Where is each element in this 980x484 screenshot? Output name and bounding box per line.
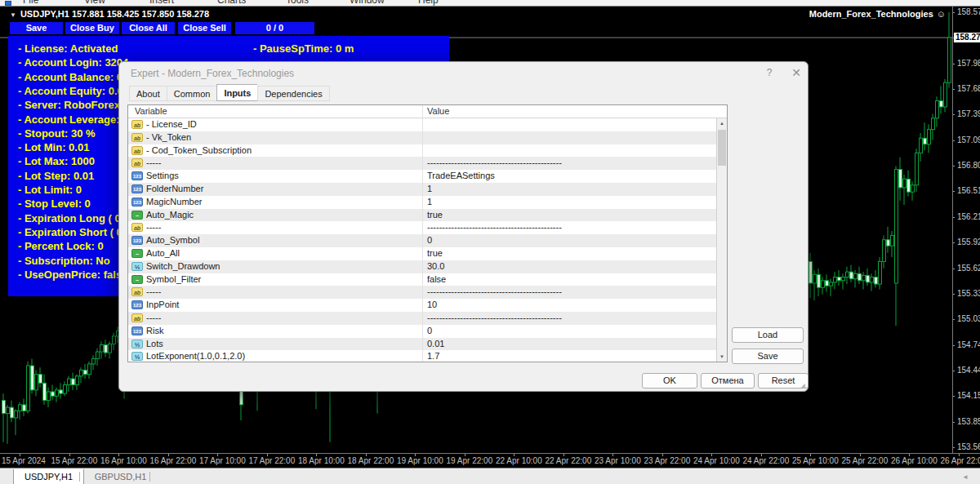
- param-value[interactable]: true: [427, 248, 715, 258]
- param-row[interactable]: ½Switch_Drawdown30.0: [128, 260, 727, 273]
- toolbar-button-close-all[interactable]: Close All: [122, 22, 175, 34]
- time-axis-label[interactable]: 16 Apr 10:00: [100, 456, 147, 465]
- param-value[interactable]: 1: [427, 197, 715, 206]
- param-row[interactable]: ~Auto_Magictrue: [128, 209, 727, 222]
- price-axis-label[interactable]: 157.39: [957, 109, 980, 118]
- param-row[interactable]: ab--------------------------------------…: [128, 286, 727, 299]
- ok-button[interactable]: OK: [642, 373, 697, 389]
- price-axis-label[interactable]: 156.51: [957, 186, 980, 195]
- param-value[interactable]: 1: [427, 184, 715, 193]
- time-axis-label[interactable]: 15 Apr 22:00: [51, 456, 98, 465]
- param-value[interactable]: ----------------------------------------…: [427, 313, 715, 322]
- dialog-help-button[interactable]: ?: [763, 67, 776, 80]
- param-row[interactable]: ab- License_ID: [128, 118, 727, 131]
- time-axis-label[interactable]: 19 Apr 22:00: [447, 456, 493, 465]
- param-row[interactable]: 123InpPoint10: [128, 299, 727, 312]
- price-axis-label[interactable]: 158.57: [957, 7, 980, 16]
- param-row[interactable]: ½Lots0.01: [128, 338, 727, 351]
- time-axis-label[interactable]: 25 Apr 10:00: [792, 456, 839, 465]
- param-row[interactable]: ab- Vk_Token: [128, 131, 727, 144]
- menu-item-charts[interactable]: Charts: [217, 0, 246, 6]
- param-row[interactable]: 123FolderNumber1: [128, 183, 727, 196]
- dialog-close-icon[interactable]: ✕: [789, 66, 804, 81]
- param-row[interactable]: 123Risk0: [128, 325, 727, 338]
- price-axis-label[interactable]: 155.62: [957, 264, 980, 273]
- param-value[interactable]: 0: [427, 235, 715, 245]
- chart-tab-usdjpy-h1[interactable]: USDJPY,H1: [13, 469, 84, 484]
- ea-smiley-icon[interactable]: ☺: [937, 9, 946, 19]
- price-axis-label[interactable]: 153.56: [957, 442, 980, 451]
- time-axis-label[interactable]: 26 Apr 22:00: [941, 456, 980, 465]
- price-axis-label[interactable]: 157.98: [957, 59, 980, 68]
- param-row[interactable]: 123Auto_Symbol0: [128, 234, 727, 247]
- param-value[interactable]: 0: [427, 326, 715, 335]
- menu-item-help[interactable]: Help: [418, 0, 439, 6]
- time-axis-label[interactable]: 22 Apr 10:00: [496, 456, 542, 465]
- price-axis-label[interactable]: 153.85: [957, 417, 980, 426]
- time-axis-label[interactable]: 17 Apr 22:00: [249, 456, 296, 465]
- tab-about[interactable]: About: [129, 86, 167, 101]
- param-value[interactable]: TradeEASettings: [427, 171, 715, 180]
- time-axis-label[interactable]: 22 Apr 22:00: [546, 456, 592, 465]
- price-axis-label[interactable]: 154.44: [957, 366, 980, 375]
- time-axis-label[interactable]: 25 Apr 22:00: [842, 456, 889, 465]
- price-axis-label[interactable]: 156.80: [957, 161, 980, 170]
- toolbar-button-0-0[interactable]: 0 / 0: [235, 22, 314, 34]
- scroll-up-icon[interactable]: ▲: [717, 118, 727, 129]
- tab-scroll-left-icon[interactable]: ◄: [962, 473, 969, 481]
- scrollbar-thumb[interactable]: [718, 130, 726, 166]
- menu-item-view[interactable]: View: [84, 0, 105, 6]
- resize-grip[interactable]: ◢: [800, 382, 805, 389]
- param-row[interactable]: ~Symbol_Filterfalse: [128, 273, 727, 286]
- toolbar-button-close-buy[interactable]: Close Buy: [65, 22, 119, 34]
- cancel-button[interactable]: Отмена: [701, 373, 755, 389]
- param-value[interactable]: true: [427, 210, 715, 220]
- current-price-label[interactable]: 158.27: [954, 33, 980, 42]
- param-value[interactable]: ----------------------------------------…: [427, 222, 715, 232]
- param-row[interactable]: ½LotExponent(1.0,0.1,2.0)1.7: [128, 350, 727, 362]
- time-axis-label[interactable]: 23 Apr 22:00: [644, 456, 691, 465]
- time-axis-label[interactable]: 15 Apr 2024: [2, 456, 46, 465]
- time-axis-label[interactable]: 16 Apr 22:00: [150, 456, 197, 465]
- param-value[interactable]: 10: [427, 300, 715, 309]
- scroll-down-icon[interactable]: ▼: [717, 352, 727, 362]
- tab-inputs[interactable]: Inputs: [216, 84, 257, 101]
- param-value[interactable]: 1.7: [427, 351, 715, 361]
- tab-common[interactable]: Common: [167, 86, 217, 101]
- param-row[interactable]: ab--------------------------------------…: [128, 221, 727, 234]
- save-button[interactable]: Save: [732, 349, 804, 364]
- toolbar-button-close-sell[interactable]: Close Sell: [178, 22, 231, 34]
- time-axis-label[interactable]: 24 Apr 22:00: [743, 456, 790, 465]
- price-axis-label[interactable]: 157.68: [957, 84, 980, 93]
- price-axis-label[interactable]: 154.15: [957, 391, 980, 400]
- param-value[interactable]: 30.0: [427, 261, 715, 271]
- chart-tab-gbpusd-h1[interactable]: GBPUSD,H1: [84, 469, 158, 484]
- menu-item-tools[interactable]: Tools: [286, 0, 309, 6]
- param-value[interactable]: ----------------------------------------…: [427, 158, 715, 167]
- time-axis-label[interactable]: 24 Apr 10:00: [693, 456, 740, 465]
- param-row[interactable]: ~Auto_Alltrue: [128, 247, 727, 260]
- time-axis-label[interactable]: 23 Apr 10:00: [595, 456, 641, 465]
- toolbar-button-save[interactable]: Save: [10, 22, 63, 34]
- price-axis[interactable]: 158.57158.27157.98157.68157.39157.09156.…: [952, 7, 980, 453]
- param-row[interactable]: ab--------------------------------------…: [128, 312, 727, 325]
- chevron-down-icon[interactable]: ▼: [10, 11, 16, 19]
- param-row[interactable]: 123SettingsTradeEASettings: [128, 170, 727, 183]
- tab-dependencies[interactable]: Dependencies: [257, 86, 329, 101]
- param-value[interactable]: 0.01: [427, 339, 715, 349]
- time-axis-label[interactable]: 18 Apr 22:00: [348, 456, 394, 465]
- param-row[interactable]: ab--------------------------------------…: [128, 157, 727, 170]
- menu-item-file[interactable]: File: [23, 0, 38, 6]
- time-axis-label[interactable]: 17 Apr 10:00: [199, 456, 246, 465]
- time-axis-label[interactable]: 18 Apr 10:00: [298, 456, 345, 465]
- time-axis[interactable]: 15 Apr 202415 Apr 22:0016 Apr 10:0016 Ap…: [0, 454, 980, 468]
- price-axis-label[interactable]: 155.92: [957, 238, 980, 246]
- price-axis-label[interactable]: 154.74: [957, 340, 980, 349]
- time-axis-label[interactable]: 19 Apr 10:00: [397, 456, 443, 465]
- table-scrollbar[interactable]: ▲ ▼: [716, 118, 727, 362]
- load-button[interactable]: Load: [732, 327, 804, 343]
- time-axis-label[interactable]: 26 Apr 10:00: [891, 456, 938, 465]
- price-axis-label[interactable]: 155.33: [957, 289, 980, 298]
- price-axis-label[interactable]: 155.03: [957, 314, 980, 323]
- price-axis-label[interactable]: 156.21: [957, 212, 980, 221]
